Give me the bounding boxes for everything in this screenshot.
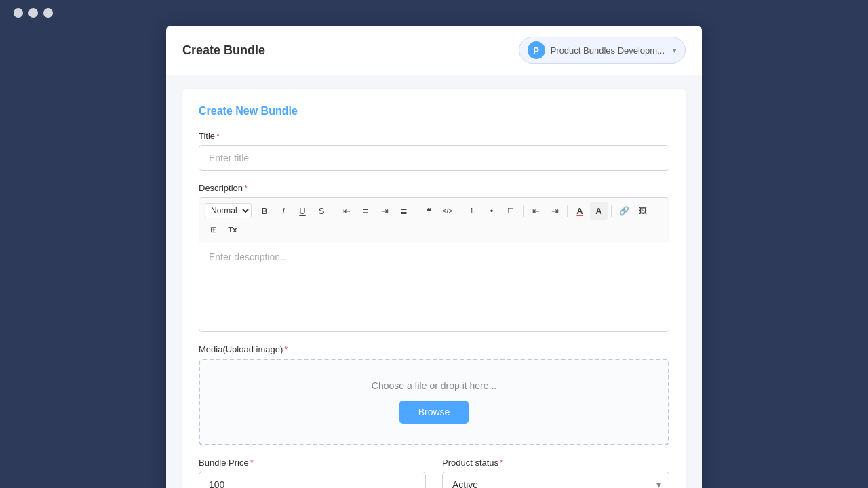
content-area: Create New Bundle Title* Description* No…	[166, 75, 702, 488]
description-required: *	[244, 183, 248, 193]
upload-text: Choose a file or drop it here...	[214, 380, 654, 391]
window-header: Create Bundle P Product Bundles Developm…	[166, 26, 702, 75]
toolbar-divider-5	[567, 205, 568, 217]
top-bar	[0, 0, 868, 26]
align-right-button[interactable]: ⇥	[376, 202, 393, 220]
window-dot-2	[28, 8, 38, 18]
form-card-title: Create New Bundle	[199, 105, 669, 117]
org-name: Product Bundles Developm...	[551, 45, 665, 56]
toolbar-divider-3	[460, 205, 460, 217]
org-avatar: P	[528, 41, 545, 59]
upload-area[interactable]: Choose a file or drop it here... Browse	[199, 359, 669, 445]
check-list-button[interactable]: ☐	[502, 202, 519, 220]
chevron-down-icon: ▾	[673, 46, 677, 55]
bottom-row: Bundle Price* 100 Product status* Active…	[199, 458, 669, 488]
toolbar-divider-6	[611, 205, 612, 217]
blockquote-button[interactable]: ❝	[420, 202, 437, 220]
align-justify-button[interactable]: ≣	[395, 202, 412, 220]
bundle-price-group: Bundle Price* 100	[199, 458, 426, 488]
format-select[interactable]: Normal	[205, 203, 252, 218]
browse-button[interactable]: Browse	[399, 401, 469, 424]
underline-button[interactable]: U	[294, 202, 311, 220]
page-title: Create Bundle	[182, 43, 265, 58]
window-dot-3	[43, 8, 53, 18]
bold-button[interactable]: B	[256, 202, 273, 220]
bundle-price-input[interactable]: 100	[199, 472, 426, 488]
product-status-label: Product status*	[442, 458, 669, 468]
title-label: Title*	[199, 131, 669, 141]
strikethrough-button[interactable]: S	[313, 202, 330, 220]
main-window: Create Bundle P Product Bundles Developm…	[166, 26, 702, 488]
title-input[interactable]	[199, 145, 669, 171]
product-status-wrapper: Active Inactive	[442, 472, 669, 488]
product-status-group: Product status* Active Inactive	[442, 458, 669, 488]
ordered-list-button[interactable]: 1.	[464, 202, 481, 220]
outdent-button[interactable]: ⇤	[527, 202, 545, 220]
bundle-price-label: Bundle Price*	[199, 458, 426, 468]
org-selector[interactable]: P Product Bundles Developm... ▾	[519, 37, 686, 64]
toolbar-divider-2	[416, 205, 416, 217]
italic-button[interactable]: I	[275, 202, 292, 220]
align-left-button[interactable]: ⇤	[338, 202, 355, 220]
indent-button[interactable]: ⇥	[546, 202, 564, 220]
media-required: *	[284, 344, 288, 354]
form-card: Create New Bundle Title* Description* No…	[182, 89, 686, 488]
code-button[interactable]: </>	[439, 202, 456, 220]
description-group: Description* Normal B I U S	[199, 183, 669, 332]
description-input[interactable]: Enter description..	[199, 243, 669, 331]
price-required: *	[250, 458, 254, 468]
media-group: Media(Upload image)* Choose a file or dr…	[199, 344, 669, 445]
link-button[interactable]: 🔗	[615, 202, 633, 220]
image-button[interactable]: 🖼	[634, 202, 652, 220]
toolbar-divider-4	[523, 205, 524, 217]
rich-text-editor: Normal B I U S ⇤ ≡ ⇥	[199, 197, 669, 332]
clear-format-button[interactable]: Tx	[224, 221, 241, 239]
status-required: *	[500, 458, 503, 468]
toolbar-divider-1	[334, 205, 334, 217]
editor-toolbar: Normal B I U S ⇤ ≡ ⇥	[199, 198, 669, 243]
description-label: Description*	[199, 183, 669, 193]
product-status-select[interactable]: Active Inactive	[442, 472, 669, 488]
window-dot-1	[14, 8, 23, 18]
unordered-list-button[interactable]: •	[483, 202, 500, 220]
text-color-button[interactable]: A	[571, 202, 589, 220]
media-label: Media(Upload image)*	[199, 344, 669, 354]
title-group: Title*	[199, 131, 669, 171]
table-button[interactable]: ⊞	[205, 221, 222, 239]
align-center-button[interactable]: ≡	[357, 202, 374, 220]
highlight-button[interactable]: A	[590, 202, 608, 220]
title-required: *	[216, 131, 220, 141]
